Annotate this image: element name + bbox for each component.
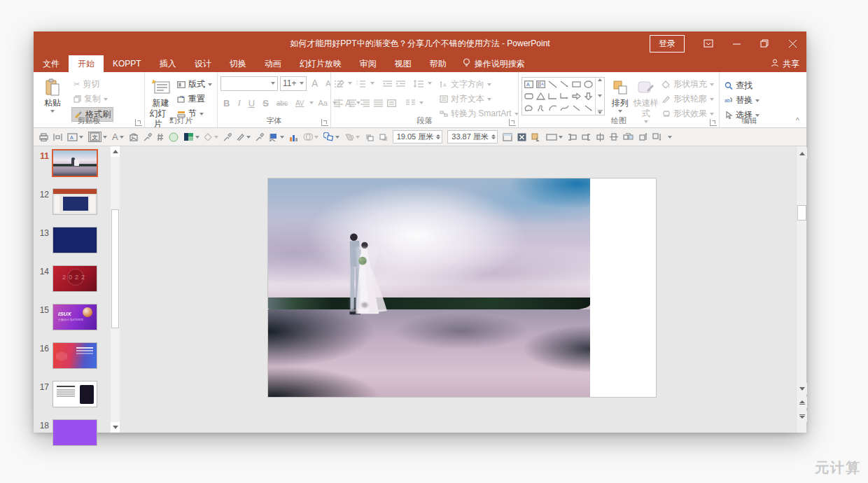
find-button[interactable]: 查找 <box>722 79 762 92</box>
font-size-combo[interactable]: 11+ <box>280 76 307 91</box>
italic-button[interactable]: I <box>234 97 243 108</box>
tab-file[interactable]: 文件 <box>34 55 69 72</box>
change-case-button[interactable]: Aa <box>316 99 330 107</box>
eyedropper3-button[interactable] <box>255 133 264 141</box>
eyedropper-button[interactable] <box>144 133 152 141</box>
shape-height-spinner[interactable]: 19.05 厘米 <box>393 130 443 144</box>
tab-koppt[interactable]: KOPPT <box>104 55 150 72</box>
tab-transitions[interactable]: 切换 <box>220 55 255 72</box>
underline-button[interactable]: U <box>246 98 258 108</box>
scroll-up-button[interactable] <box>797 148 807 159</box>
columns-button[interactable] <box>406 99 415 107</box>
font-quick-button[interactable]: A <box>112 132 124 142</box>
previous-slide-button[interactable] <box>797 397 807 408</box>
slide-thumbnail-18[interactable]: 18 <box>34 420 112 445</box>
font-name-combo[interactable] <box>220 76 278 91</box>
collapse-ribbon-button[interactable]: ^ <box>796 116 799 125</box>
clipboard-dialog-launcher[interactable] <box>135 119 142 126</box>
snap-rectangle-button[interactable] <box>546 133 563 141</box>
shapes-gallery-scrollbar[interactable] <box>595 78 604 115</box>
distribute-button[interactable] <box>387 99 396 107</box>
slide-thumbnail-16[interactable]: 16 <box>34 343 112 368</box>
minimize-button[interactable] <box>722 31 750 55</box>
subscript-abc-button[interactable]: abc <box>274 99 290 107</box>
slide-thumbnail-13[interactable]: 13 <box>34 227 112 253</box>
selection-pane-button[interactable] <box>531 133 541 141</box>
align-objects-right-button[interactable] <box>582 133 591 141</box>
slide-thumbnail-17[interactable]: 17 <box>34 382 112 407</box>
shape-vertical-textbox[interactable]: A <box>535 78 547 90</box>
shape-freeform[interactable] <box>523 102 535 114</box>
shape-right-arrow[interactable] <box>570 90 582 102</box>
textbox-button[interactable]: A <box>67 133 83 141</box>
shape-scribble[interactable] <box>535 102 547 114</box>
character-spacing-button[interactable]: AV <box>293 99 307 107</box>
shape-elbow-connector[interactable] <box>547 90 559 102</box>
tab-home[interactable]: 开始 <box>69 55 104 72</box>
numbering-button[interactable]: 12 <box>356 80 366 88</box>
print-button[interactable] <box>39 133 48 141</box>
strikethrough-button[interactable]: S <box>260 98 272 108</box>
close-shape-button[interactable] <box>517 133 526 141</box>
bring-forward-button[interactable] <box>365 133 374 141</box>
reset-picture-button[interactable] <box>129 133 139 141</box>
tab-animations[interactable]: 动画 <box>255 55 290 72</box>
tell-me-search[interactable]: 操作说明搜索 <box>456 55 532 72</box>
slide-window-button[interactable] <box>503 133 512 141</box>
text-direction-button[interactable]: A 文字方向 <box>438 78 521 91</box>
increase-font-button[interactable]: A <box>309 78 321 89</box>
slide-thumbnail-15[interactable]: 15 ISUX全新设计与改版规范 <box>34 304 112 330</box>
font-dialog-launcher[interactable] <box>321 119 328 126</box>
shape-oval[interactable] <box>582 78 594 90</box>
swap-position-button[interactable] <box>623 133 634 141</box>
paragraph-dialog-launcher[interactable] <box>509 119 516 126</box>
shape-arrow-2[interactable] <box>582 102 594 114</box>
shape-triangle[interactable] <box>535 90 547 102</box>
tab-view[interactable]: 视图 <box>386 55 421 72</box>
thumbnail-scrollbar-thumb[interactable] <box>111 209 119 328</box>
height-stepper-icons[interactable] <box>436 134 440 139</box>
send-backward-button[interactable] <box>379 133 388 141</box>
line-spacing-button[interactable] <box>414 80 424 88</box>
vertical-scrollbar[interactable] <box>796 146 806 433</box>
align-left-button[interactable] <box>334 99 343 107</box>
scroll-down-button[interactable] <box>797 383 807 394</box>
shape-width-spinner[interactable]: 33.87 厘米 <box>447 130 498 144</box>
align-center-button[interactable] <box>347 99 356 107</box>
restore-button[interactable] <box>750 31 778 55</box>
drawing-dialog-launcher[interactable] <box>710 119 717 126</box>
shape-curve[interactable] <box>559 102 570 114</box>
scrollbar-thumb[interactable] <box>797 205 806 220</box>
shape-fill-button[interactable]: 形状填充 <box>660 78 716 91</box>
paste-button[interactable]: 粘贴 <box>36 75 69 113</box>
shape-line[interactable] <box>547 78 559 90</box>
merge-same-button[interactable] <box>157 133 164 141</box>
align-center-horizontal-button[interactable] <box>596 133 605 141</box>
quickbar-overflow-icon[interactable] <box>668 136 672 139</box>
next-slide-button[interactable] <box>797 411 807 422</box>
cut-button[interactable]: ✂ 剪切 <box>71 78 113 91</box>
thumbnail-scroll-down-button[interactable] <box>111 422 120 433</box>
justify-button[interactable] <box>374 99 383 107</box>
shadow-button[interactable] <box>344 133 360 141</box>
shape-elbow-arrow-connector[interactable] <box>559 90 570 102</box>
shape-arrow[interactable] <box>559 78 570 90</box>
import-flag-button[interactable] <box>269 133 284 141</box>
tab-review[interactable]: 审阅 <box>351 55 386 72</box>
distribute-horizontal-button[interactable] <box>53 133 62 141</box>
bullets-button[interactable] <box>334 80 344 88</box>
replace-button[interactable]: ab 替换 <box>722 94 762 107</box>
tab-slideshow[interactable]: 幻灯片放映 <box>290 55 351 72</box>
vertical-textbox-button[interactable]: 文 <box>88 132 107 142</box>
outline-pen-button[interactable] <box>237 133 251 141</box>
ribbon-display-options-button[interactable] <box>694 31 722 55</box>
rotate-width-button[interactable] <box>652 132 662 141</box>
align-middle-vertical-button[interactable] <box>610 132 618 141</box>
share-button[interactable]: 共享 <box>771 55 799 72</box>
slide-thumbnail-11[interactable]: 11 <box>34 150 112 176</box>
shape-down-arrow[interactable] <box>582 90 594 102</box>
tab-insert[interactable]: 插入 <box>150 55 186 72</box>
eyedropper2-button[interactable] <box>223 133 232 141</box>
decrease-indent-button[interactable] <box>383 80 392 88</box>
width-stepper-icons[interactable] <box>491 134 496 139</box>
